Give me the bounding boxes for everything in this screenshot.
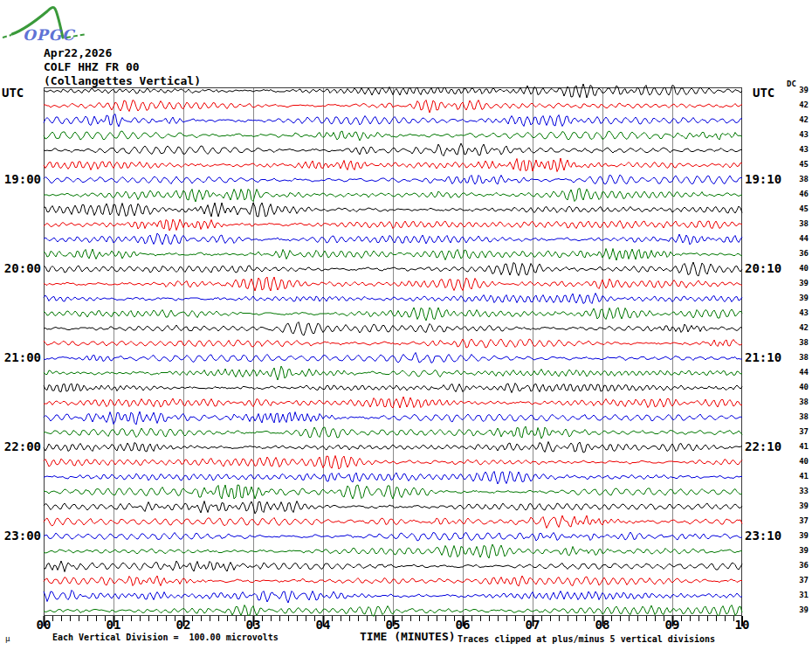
dc-offset-value: 38	[782, 338, 809, 347]
dc-offset-value: 44	[782, 368, 809, 377]
x-tick-label: 00	[30, 618, 58, 632]
dc-offset-value: 39	[782, 605, 809, 614]
dc-offset-value: 41	[782, 472, 809, 481]
logo-text: OPGC	[23, 26, 76, 44]
right-hour-label: 19:10	[745, 172, 781, 186]
dc-offset-value: 43	[782, 145, 809, 154]
dc-offset-value: 41	[782, 442, 809, 451]
dc-offset-value: 43	[782, 308, 809, 317]
header-channel-description: (Collangettes Vertical)	[44, 74, 201, 87]
left-hour-label: 22:00	[0, 439, 41, 453]
left-hour-label: 23:00	[0, 529, 41, 543]
dc-offset-value: 33	[782, 487, 809, 495]
helicorder-page: OPGC Apr22,2026 COLF HHZ FR 00 (Collange…	[0, 0, 812, 650]
x-tick-label: 01	[100, 618, 127, 632]
right-hour-label: 21:10	[745, 350, 781, 364]
dc-offset-value: 40	[782, 383, 809, 391]
dc-offset-value: 42	[782, 323, 809, 332]
x-tick-label: 02	[169, 618, 197, 632]
utc-left-label: UTC	[2, 86, 24, 100]
x-tick-label: 03	[239, 618, 267, 632]
dc-offset-value: 37	[782, 576, 809, 584]
dc-offset-value: 39	[782, 86, 809, 94]
scale-note: Each Vertical Division = 100.00 microvol…	[52, 633, 279, 642]
x-tick-label: 04	[309, 618, 337, 632]
dc-offset-value: 42	[782, 115, 809, 124]
dc-offset-value: 45	[782, 160, 809, 169]
clip-note: Traces clipped at plus/minus 5 vertical …	[458, 634, 715, 644]
dc-offset-value: 38	[782, 219, 809, 228]
dc-offset-value: 38	[782, 412, 809, 421]
dc-offset-value: 37	[782, 516, 809, 525]
utc-right-label: UTC	[753, 86, 774, 100]
mu-glyph: µ	[5, 634, 10, 643]
dc-offset-value: 39	[782, 531, 809, 540]
logo-dash-left	[3, 35, 11, 38]
x-tick-label: 07	[519, 618, 547, 632]
x-tick-label: 09	[658, 618, 686, 632]
left-hour-label: 20:00	[0, 261, 41, 275]
dc-offset-value: 36	[782, 249, 809, 258]
dc-offset-value: 40	[782, 457, 809, 466]
x-tick-label: 10	[728, 618, 756, 632]
right-hour-label: 20:10	[745, 261, 781, 275]
seismogram-plot	[44, 87, 742, 629]
right-hour-label: 22:10	[745, 439, 781, 453]
x-tick-label: 08	[588, 618, 616, 632]
dc-offset-value: 36	[782, 561, 809, 570]
dc-offset-value: 42	[782, 100, 809, 109]
opgc-logo: OPGC	[2, 2, 89, 44]
right-hour-label: 23:10	[745, 529, 781, 543]
dc-offset-value: 45	[782, 204, 809, 213]
dc-offset-value: 44	[782, 234, 809, 243]
dc-offset-value: 39	[782, 546, 809, 555]
dc-offset-value: 39	[782, 294, 809, 302]
dc-offset-value: 38	[782, 175, 809, 183]
dc-offset-value: 39	[782, 501, 809, 510]
header-station: COLF HHZ FR 00	[44, 60, 140, 73]
dc-offset-value: 46	[782, 190, 809, 198]
left-hour-label: 19:00	[0, 172, 41, 186]
dc-offset-value: 38	[782, 353, 809, 362]
dc-offset-value: 39	[782, 279, 809, 287]
dc-offset-value: 37	[782, 427, 809, 436]
dc-offset-value: 40	[782, 264, 809, 273]
dc-offset-value: 43	[782, 130, 809, 139]
left-hour-label: 21:00	[0, 350, 41, 364]
x-axis-title: TIME (MINUTES)	[360, 630, 456, 643]
dc-offset-value: 31	[782, 591, 809, 599]
header-date: Apr22,2026	[44, 46, 112, 59]
dc-offset-value: 38	[782, 398, 809, 406]
